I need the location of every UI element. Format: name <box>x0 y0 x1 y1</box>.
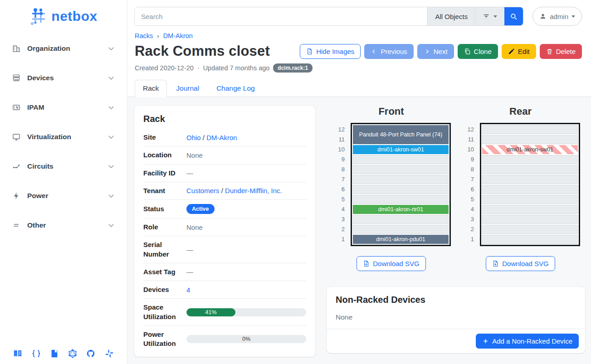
rack-elevation-front: Front 121110987654321 Panduit 48-Port Pa… <box>327 106 456 271</box>
rack-empty-slot[interactable] <box>482 155 578 164</box>
journal-book-icon[interactable] <box>49 349 59 359</box>
sidebar-item-devices[interactable]: Devices <box>8 68 119 87</box>
sidebar-item-circuits[interactable]: Circuits <box>8 157 119 176</box>
rack-unit-number: 10 <box>462 145 474 154</box>
non-racked-title: Non-Racked Devices <box>327 287 585 309</box>
add-non-racked-device-button[interactable]: Add a Non-Racked Device <box>476 334 579 349</box>
space-utilization-bar: 41% <box>186 308 306 316</box>
transit-icon <box>12 162 21 171</box>
attr-row-asset-tag: Asset Tag — <box>143 263 306 281</box>
rack-device[interactable]: Panduit 48-Port Patch Panel (74) <box>353 125 449 144</box>
rack-site-link[interactable]: DM-Akron <box>206 134 237 141</box>
rear-title: Rear <box>509 106 532 117</box>
rack-device[interactable]: dmi01-akron-pdu01 <box>353 235 449 244</box>
meta-dot: · <box>197 64 200 72</box>
delete-button[interactable]: Delete <box>540 44 582 59</box>
breadcrumb-racks[interactable]: Racks <box>135 32 153 39</box>
download-svg-front-button[interactable]: Download SVG <box>357 256 426 271</box>
search-filter-button[interactable] <box>475 7 504 25</box>
download-svg-rear-button[interactable]: Download SVG <box>486 256 555 271</box>
rack-empty-slot[interactable] <box>482 195 578 204</box>
site-link[interactable]: Ohio <box>186 134 201 141</box>
rack-unit-number: 8 <box>333 165 345 174</box>
rack-device[interactable]: dmi01-akron-rtr01 <box>353 205 449 214</box>
chevron-down-icon <box>107 133 115 141</box>
attr-row-space-utilization: Space Utilization 41% <box>143 298 306 325</box>
sidebar-item-power[interactable]: Power <box>8 186 119 205</box>
rack-unit-number: 6 <box>462 185 474 194</box>
trash-icon <box>546 48 553 55</box>
location-value: None <box>186 151 306 159</box>
breadcrumb-separator-icon: › <box>157 33 159 39</box>
netbox-logo[interactable]: netbox <box>0 5 127 34</box>
rack-empty-slot[interactable] <box>482 165 578 174</box>
rack-device[interactable]: dmi01-akron-sw01 <box>482 145 578 154</box>
search-submit-button[interactable] <box>504 7 523 25</box>
tab-rack[interactable]: Rack <box>135 80 167 97</box>
rack-empty-slot[interactable] <box>353 185 449 194</box>
building-icon <box>12 44 21 53</box>
rack-unit-number: 9 <box>462 155 474 164</box>
main-area: All Objects admin Racks › DM-Akron <box>127 0 591 364</box>
sidebar-item-ipam[interactable]: IPAM <box>8 98 119 117</box>
sidebar-item-virtualization[interactable]: Virtualization <box>8 127 119 146</box>
front-title: Front <box>378 106 404 117</box>
chevron-down-icon <box>107 162 115 170</box>
chevron-down-icon <box>107 44 115 53</box>
rack-empty-slot[interactable] <box>353 175 449 184</box>
rack-empty-slot[interactable] <box>482 175 578 184</box>
tenant-group-link[interactable]: Customers <box>186 187 220 194</box>
rack-empty-slot[interactable] <box>482 235 578 244</box>
filter-variant-icon <box>483 13 490 20</box>
rack-empty-slot[interactable] <box>482 215 578 224</box>
rack-empty-slot[interactable] <box>353 225 449 234</box>
rack-empty-slot[interactable] <box>482 125 578 134</box>
netbox-logo-text: netbox <box>51 9 97 24</box>
sidebar-item-other[interactable]: Other <box>8 216 119 235</box>
api-braces-icon[interactable] <box>31 349 41 359</box>
rack-empty-slot[interactable] <box>353 195 449 204</box>
docs-book-icon[interactable] <box>13 349 23 359</box>
tab-journal[interactable]: Journal <box>168 80 207 97</box>
unit-labels-front: 121110987654321 <box>332 123 346 246</box>
hide-images-button[interactable]: Hide Images <box>300 44 361 59</box>
clone-button[interactable]: Clone <box>458 44 498 59</box>
edit-button[interactable]: Edit <box>502 44 536 59</box>
search-scope-button[interactable]: All Objects <box>427 7 475 25</box>
rack-empty-slot[interactable] <box>482 135 578 144</box>
rack-unit-number: 6 <box>333 185 345 194</box>
next-button[interactable]: Next <box>417 44 454 59</box>
rack-unit-number: 12 <box>333 125 345 134</box>
user-menu-button[interactable]: admin <box>532 7 582 26</box>
rack-elevation-rear: Rear 121110987654321 dmi01-akron-sw01 Do… <box>456 106 585 271</box>
asset-tag-value: — <box>186 268 306 276</box>
rack-unit-number: 1 <box>333 235 345 244</box>
rack-unit-number: 8 <box>462 165 474 174</box>
rack-empty-slot[interactable] <box>482 185 578 194</box>
rack-unit-number: 11 <box>462 135 474 144</box>
tenant-link[interactable]: Dunder-Mifflin, Inc. <box>225 187 282 194</box>
rack-empty-slot[interactable] <box>353 155 449 164</box>
chevron-right-icon <box>424 48 430 55</box>
rack-unit-number: 2 <box>333 225 345 234</box>
file-download-icon <box>363 260 370 267</box>
facility-id-value: — <box>186 169 306 177</box>
rack-grid-front: Panduit 48-Port Patch Panel (74)dmi01-ak… <box>351 123 451 246</box>
graphql-icon[interactable] <box>68 349 78 359</box>
rack-empty-slot[interactable] <box>482 225 578 234</box>
rack-empty-slot[interactable] <box>353 215 449 224</box>
rack-unit-number: 11 <box>333 135 345 144</box>
devices-count-link[interactable]: 4 <box>186 286 190 294</box>
search-input[interactable] <box>135 7 427 25</box>
serial-value: — <box>186 246 306 253</box>
previous-button[interactable]: Previous <box>364 44 413 59</box>
rack-empty-slot[interactable] <box>353 165 449 174</box>
rack-unit-number: 12 <box>462 125 474 134</box>
breadcrumb-dm-akron[interactable]: DM-Akron <box>163 32 193 39</box>
tab-change-log[interactable]: Change Log <box>208 80 263 97</box>
rack-empty-slot[interactable] <box>482 205 578 214</box>
slack-icon[interactable] <box>104 349 114 359</box>
github-icon[interactable] <box>86 349 96 359</box>
rack-device[interactable]: dmi01-akron-sw01 <box>353 145 449 154</box>
sidebar-item-organization[interactable]: Organization <box>8 39 119 58</box>
